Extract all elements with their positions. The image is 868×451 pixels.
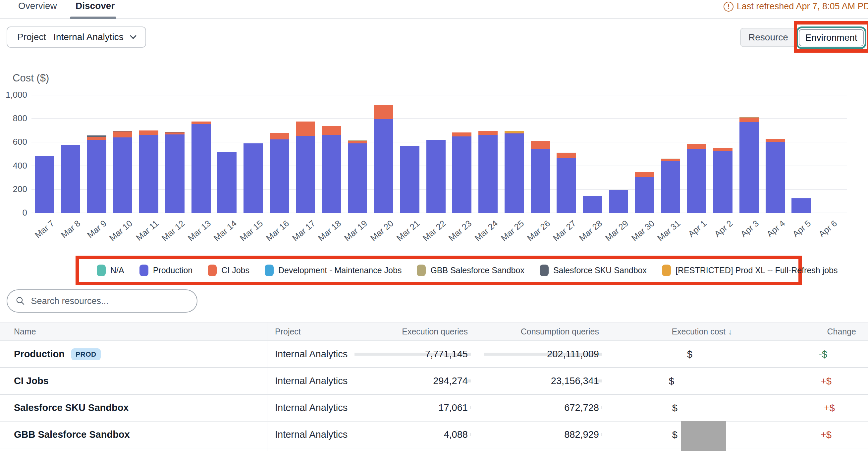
bar-segment (139, 130, 158, 135)
legend-item[interactable]: N/A (97, 265, 124, 276)
bar-mar-19[interactable] (348, 140, 367, 213)
bar-segment (374, 105, 393, 119)
bar-apr-2[interactable] (713, 148, 733, 213)
col-header-execution-queries[interactable]: Execution queries (391, 327, 474, 336)
bar-apr-3[interactable] (740, 117, 759, 213)
legend-label: GBB Salesforce Sandbox (430, 265, 524, 275)
bar-segment (504, 133, 524, 213)
consumption-queries-value: 202,111,009 (547, 349, 599, 359)
search-icon (16, 296, 25, 306)
legend-item[interactable]: Development - Maintenance Jobs (265, 265, 402, 276)
bar-segment (87, 137, 106, 140)
gridline (31, 95, 847, 95)
x-tick-label: Apr 1 (686, 218, 709, 239)
table-row-gbb-salesforce-sandbox[interactable]: GBB Salesforce Sandbox Internal Analytic… (0, 422, 868, 448)
search-input[interactable] (31, 296, 188, 306)
col-header-execution-cost[interactable]: Execution cost↓ (603, 327, 765, 336)
bar-mar-7[interactable] (35, 156, 54, 213)
col-header-name[interactable]: Name (0, 327, 267, 336)
legend-item[interactable]: Production (140, 265, 193, 276)
table-column-divider (267, 322, 267, 451)
bar-segment (217, 152, 237, 213)
toggle-environment-button[interactable]: Environment (799, 29, 864, 46)
bar-segment (713, 148, 733, 151)
bar-segment (348, 141, 367, 143)
bar-segment (374, 119, 393, 213)
x-tick-label: Mar 27 (551, 218, 578, 244)
tab-bar: Overview Discover ! Last refreshed Apr 7… (0, 0, 868, 19)
x-tick-label: Mar 8 (59, 218, 83, 240)
bar-mar-17[interactable] (296, 122, 315, 213)
x-tick-label: Mar 10 (107, 218, 134, 244)
bar-mar-18[interactable] (322, 126, 341, 213)
y-tick-label: 0 (0, 207, 27, 218)
bar-segment (766, 139, 785, 142)
project-filter-dropdown[interactable]: Project Internal Analytics (7, 27, 146, 48)
table-row-salesforce-sku-sandbox[interactable]: Salesforce SKU Sandbox Internal Analytic… (0, 395, 868, 422)
bar-mar-22[interactable] (426, 140, 445, 213)
legend-swatch-icon (97, 265, 106, 276)
legend-item[interactable]: Salesforce SKU Sandbox (540, 265, 647, 276)
bar-segment (478, 131, 498, 135)
x-tick-label: Mar 25 (499, 218, 526, 244)
bar-apr-1[interactable] (687, 144, 706, 213)
tab-overview[interactable]: Overview (18, 1, 57, 11)
bar-mar-23[interactable] (452, 132, 471, 213)
bar-mar-20[interactable] (374, 105, 393, 213)
legend-item[interactable]: GBB Salesforce Sandbox (417, 265, 524, 276)
bar-segment (191, 124, 211, 213)
resource-name[interactable]: Salesforce SKU Sandbox (14, 402, 129, 413)
x-tick-label: Mar 29 (603, 218, 630, 244)
bar-mar-28[interactable] (583, 196, 602, 213)
table-row-ci-jobs[interactable]: CI Jobs Internal Analytics 294,274 23,15… (0, 368, 868, 395)
col-header-consumption-queries[interactable]: Consumption queries (474, 327, 603, 336)
bar-mar-13[interactable] (191, 122, 211, 213)
col-header-change[interactable]: Change (765, 327, 868, 336)
search-resources-box[interactable] (7, 289, 197, 313)
bar-mar-10[interactable] (113, 131, 132, 213)
change-prefix: +$ (820, 429, 832, 440)
bar-mar-14[interactable] (217, 152, 237, 213)
bar-mar-15[interactable] (244, 143, 263, 213)
bar-mar-26[interactable] (531, 141, 550, 213)
bar-segment (322, 135, 341, 213)
bar-apr-4[interactable] (766, 139, 785, 213)
bar-mar-29[interactable] (609, 190, 628, 213)
bar-mar-30[interactable] (635, 172, 654, 213)
resources-table: Name Project Execution queries Consumpti… (0, 322, 868, 448)
bar-mar-21[interactable] (400, 146, 420, 213)
bar-mar-25[interactable] (504, 131, 524, 213)
x-tick-label: Mar 30 (629, 218, 657, 244)
bar-mar-8[interactable] (61, 145, 80, 213)
sort-desc-icon[interactable]: ↓ (728, 327, 732, 336)
bar-mar-9[interactable] (87, 135, 106, 213)
resource-name[interactable]: CI Jobs (14, 376, 49, 386)
legend-label: Salesforce SKU Sandbox (553, 265, 647, 275)
bar-mar-16[interactable] (270, 133, 289, 213)
y-tick-label: 1,000 (0, 90, 27, 100)
bar-mar-31[interactable] (661, 159, 680, 213)
bar-mar-24[interactable] (478, 131, 498, 213)
legend-item[interactable]: [RESTRICTED] Prod XL -- Full-Refresh job… (662, 265, 838, 276)
bar-mar-27[interactable] (557, 153, 576, 213)
resource-name[interactable]: Production (14, 349, 65, 360)
execution-queries-value: 17,061 (438, 402, 468, 413)
table-row-production[interactable]: Production PROD Internal Analytics 7,771… (0, 341, 868, 368)
x-tick-label: Mar 21 (395, 218, 422, 244)
project-filter-value: Internal Analytics (53, 32, 124, 42)
change-prefix: -$ (819, 349, 827, 360)
bar-mar-11[interactable] (139, 130, 158, 213)
bar-segment (348, 143, 367, 213)
bar-apr-5[interactable] (792, 198, 811, 213)
legend-item[interactable]: CI Jobs (208, 265, 249, 276)
bar-segment (61, 145, 80, 213)
bar-segment (661, 161, 680, 213)
tab-discover[interactable]: Discover (75, 1, 115, 11)
x-tick-label: Mar 23 (446, 218, 474, 244)
resource-name[interactable]: GBB Salesforce Sandbox (14, 429, 130, 440)
bar-mar-12[interactable] (165, 132, 185, 213)
execution-queries-value: 4,088 (444, 429, 468, 440)
toggle-resource-button[interactable]: Resource (740, 28, 797, 47)
col-header-project[interactable]: Project (267, 327, 391, 336)
chart-title: Cost ($) (12, 72, 49, 84)
